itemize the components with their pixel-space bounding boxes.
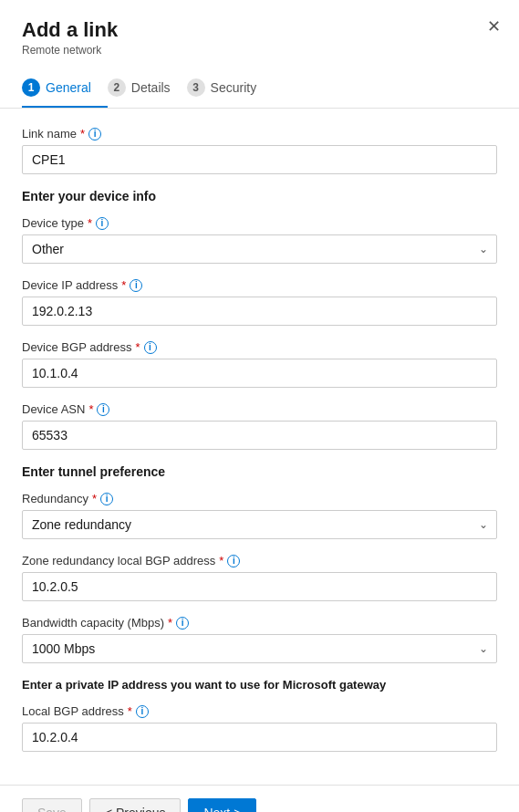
bandwidth-select[interactable]: 500 Mbps 1000 Mbps 2000 Mbps [22,634,497,663]
tab-general[interactable]: 1 General [22,69,108,108]
device-asn-info-icon[interactable]: i [97,403,109,416]
zone-bgp-label: Zone redundancy local BGP address * i [22,554,497,567]
device-bgp-input[interactable] [22,359,497,388]
tab-details-number: 2 [108,78,126,97]
device-ip-input[interactable] [22,297,497,326]
close-button[interactable]: ✕ [483,15,504,38]
zone-bgp-group: Zone redundancy local BGP address * i [22,554,497,601]
device-ip-group: Device IP address * i [22,278,497,326]
bandwidth-group: Bandwidth capacity (Mbps) * i 500 Mbps 1… [22,616,497,663]
device-type-select-wrapper: Other Cisco Juniper Palo Alto ⌄ [22,234,497,264]
tab-general-label: General [46,80,91,95]
tab-general-number: 1 [22,78,40,97]
redundancy-group: Redundancy * i Zone redundancy No redund… [22,492,497,539]
device-asn-group: Device ASN * i [22,402,497,450]
link-name-label: Link name * i [22,127,497,141]
required-star: * [92,492,97,505]
device-ip-label: Device IP address * i [22,278,497,292]
device-type-label: Device type * i [22,216,497,230]
redundancy-select[interactable]: Zone redundancy No redundancy [22,510,497,539]
device-bgp-group: Device BGP address * i [22,340,497,388]
link-name-info-icon[interactable]: i [88,128,101,141]
link-name-group: Link name * i [22,127,497,174]
zone-bgp-info-icon[interactable]: i [227,555,240,567]
dialog-body: Link name * i Enter your device info Dev… [0,109,519,785]
device-type-select[interactable]: Other Cisco Juniper Palo Alto [22,234,497,264]
local-bgp-info-icon[interactable]: i [136,705,149,718]
required-star: * [135,340,140,354]
dialog-subtitle: Remote network [22,44,497,57]
device-asn-input[interactable] [22,421,497,450]
required-star: * [88,402,93,416]
tab-details[interactable]: 2 Details [108,69,187,108]
next-button[interactable]: Next > [188,798,256,812]
private-ip-heading: Enter a private IP address you want to u… [22,678,497,692]
link-name-input[interactable] [22,145,497,174]
device-ip-info-icon[interactable]: i [130,279,142,292]
tab-security[interactable]: 3 Security [187,69,274,108]
save-button[interactable]: Save [22,798,82,812]
required-star: * [128,704,132,718]
redundancy-info-icon[interactable]: i [100,493,113,505]
add-link-dialog: Add a link Remote network ✕ 1 General 2 … [0,0,519,812]
bandwidth-info-icon[interactable]: i [176,617,189,630]
dialog-footer: Save < Previous Next > [0,785,519,812]
required-star: * [80,127,85,141]
dialog-header: Add a link Remote network ✕ 1 General 2 … [0,0,519,109]
bandwidth-label: Bandwidth capacity (Mbps) * i [22,616,497,630]
tab-details-label: Details [131,80,171,95]
local-bgp-group: Local BGP address * i [22,704,497,752]
device-bgp-info-icon[interactable]: i [144,341,157,354]
redundancy-label: Redundancy * i [22,492,497,505]
tab-security-label: Security [211,80,257,95]
local-bgp-label: Local BGP address * i [22,704,497,718]
device-type-group: Device type * i Other Cisco Juniper Palo… [22,216,497,264]
tabs-container: 1 General 2 Details 3 Security [22,69,497,108]
device-info-heading: Enter your device info [22,189,497,203]
dialog-title: Add a link [22,18,497,42]
device-asn-label: Device ASN * i [22,402,497,416]
zone-bgp-input[interactable] [22,572,497,601]
required-star: * [219,554,223,567]
previous-button[interactable]: < Previous [89,798,182,812]
local-bgp-input[interactable] [22,723,497,752]
required-star: * [121,278,126,292]
device-type-info-icon[interactable]: i [96,217,109,230]
redundancy-select-wrapper: Zone redundancy No redundancy ⌄ [22,510,497,539]
required-star: * [88,216,92,230]
bandwidth-select-wrapper: 500 Mbps 1000 Mbps 2000 Mbps ⌄ [22,634,497,663]
tunnel-heading: Enter tunnel preference [22,464,497,479]
required-star: * [168,616,172,630]
tab-security-number: 3 [187,78,205,97]
device-bgp-label: Device BGP address * i [22,340,497,354]
